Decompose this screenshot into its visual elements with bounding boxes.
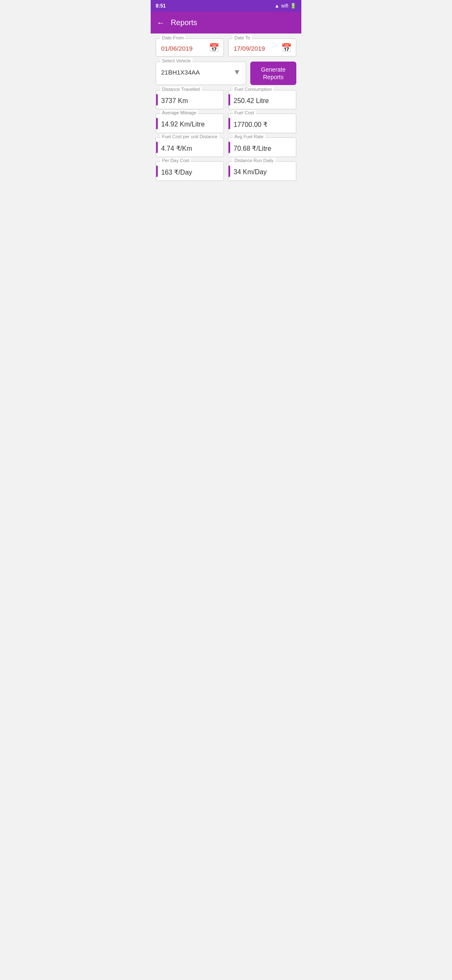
stat-box: Avg Fuel Rate70.68 ₹/Litre	[228, 137, 296, 157]
vehicle-select-box[interactable]: Select Vehicle 21BH1X34AA ▼	[156, 62, 246, 85]
stat-box: Fuel Cost per unit Distance4.74 ₹/Km	[156, 137, 224, 157]
status-bar: 8:51 ▲ wifi 🔋	[151, 0, 301, 12]
stat-row: Fuel Cost per unit Distance4.74 ₹/KmAvg …	[156, 137, 296, 157]
stat-row: Distance Travelled3737 KmFuel Consumptio…	[156, 90, 296, 109]
date-from-label: Date From	[160, 35, 185, 40]
stat-accent-bar	[156, 165, 158, 177]
stat-label: Fuel Cost	[233, 110, 256, 115]
stat-accent-bar	[229, 142, 230, 153]
status-icons: ▲ wifi 🔋	[275, 3, 296, 9]
vehicle-generate-row: Select Vehicle 21BH1X34AA ▼ GenerateRepo…	[156, 62, 296, 85]
stat-value: 14.92 Km/Litre	[161, 121, 218, 128]
stat-label: Fuel Consumption	[233, 87, 273, 92]
stat-box: Fuel Consumption250.42 Litre	[228, 90, 296, 109]
stat-label: Fuel Cost per unit Distance	[160, 134, 219, 139]
date-to-field[interactable]: Date To 17/09/2019 📅	[228, 39, 296, 57]
stat-value: 4.74 ₹/Km	[161, 144, 218, 152]
stat-accent-bar	[229, 94, 230, 105]
stat-box: Distance Travelled3737 Km	[156, 90, 224, 109]
date-from-calendar-icon[interactable]: 📅	[209, 43, 219, 53]
dropdown-icon: ▼	[233, 68, 241, 77]
stat-value: 34 Km/Day	[234, 168, 291, 176]
vehicle-select-value: 21BH1X34AA	[161, 69, 200, 76]
content-area: Date From 01/06/2019 📅 Date To 17/09/201…	[151, 34, 301, 186]
date-to-label: Date To	[233, 35, 252, 40]
stats-section: Distance Travelled3737 KmFuel Consumptio…	[156, 90, 296, 181]
stat-label: Avg Fuel Rate	[233, 134, 265, 139]
date-from-field[interactable]: Date From 01/06/2019 📅	[156, 39, 224, 57]
date-row: Date From 01/06/2019 📅 Date To 17/09/201…	[156, 39, 296, 57]
stat-label: Average Mileage	[160, 110, 198, 115]
stat-accent-bar	[229, 165, 230, 177]
toolbar: ← Reports	[151, 12, 301, 34]
date-to-calendar-icon[interactable]: 📅	[281, 43, 292, 53]
stat-accent-bar	[156, 142, 158, 153]
back-button[interactable]: ←	[157, 18, 165, 28]
signal-icon: ▲	[275, 3, 280, 9]
battery-icon: 🔋	[290, 3, 296, 9]
stat-box: Average Mileage14.92 Km/Litre	[156, 113, 224, 133]
stat-value: 250.42 Litre	[234, 97, 291, 105]
status-time: 8:51	[156, 3, 166, 9]
wifi-icon: wifi	[281, 3, 288, 9]
stat-value: 17700.00 ₹	[234, 121, 291, 129]
stat-box: Distance Run Daily34 Km/Day	[228, 161, 296, 181]
stat-box: Per Day Cost163 ₹/Day	[156, 161, 224, 181]
stat-box: Fuel Cost17700.00 ₹	[228, 113, 296, 133]
stat-value: 163 ₹/Day	[161, 168, 218, 176]
stat-label: Per Day Cost	[160, 158, 191, 163]
stat-value: 70.68 ₹/Litre	[234, 144, 291, 152]
generate-reports-button[interactable]: GenerateReports	[250, 62, 296, 85]
vehicle-select-inner: 21BH1X34AA ▼	[161, 68, 241, 77]
page-title: Reports	[171, 18, 197, 27]
stat-accent-bar	[156, 118, 158, 129]
stat-row: Average Mileage14.92 Km/LitreFuel Cost17…	[156, 113, 296, 133]
vehicle-select-label: Select Vehicle	[160, 58, 193, 63]
stat-accent-bar	[156, 94, 158, 105]
stat-label: Distance Run Daily	[233, 158, 275, 163]
stat-accent-bar	[229, 118, 230, 129]
stat-label: Distance Travelled	[160, 87, 202, 92]
stat-row: Per Day Cost163 ₹/DayDistance Run Daily3…	[156, 161, 296, 181]
stat-value: 3737 Km	[161, 97, 218, 105]
